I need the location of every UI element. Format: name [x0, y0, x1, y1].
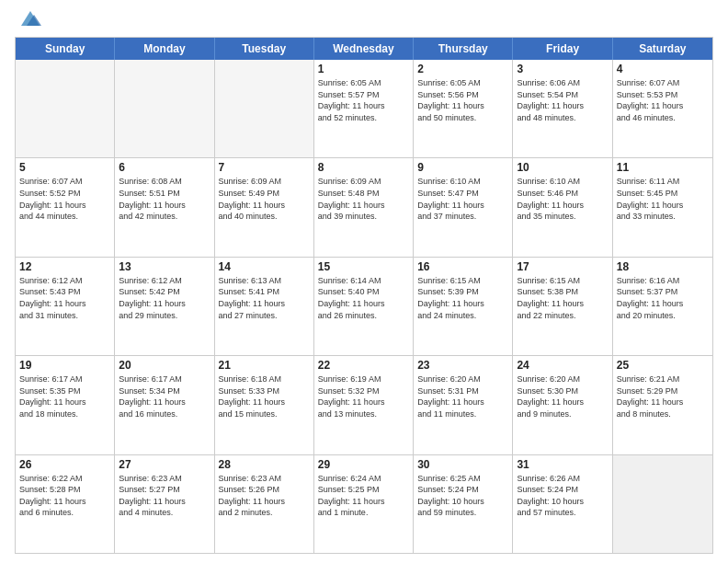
calendar-cell: 11Sunrise: 6:11 AM Sunset: 5:45 PM Dayli… — [613, 158, 712, 256]
day-info: Sunrise: 6:20 AM Sunset: 5:31 PM Dayligh… — [417, 373, 508, 419]
calendar-cell: 6Sunrise: 6:08 AM Sunset: 5:51 PM Daylig… — [115, 158, 214, 256]
day-info: Sunrise: 6:12 AM Sunset: 5:43 PM Dayligh… — [19, 275, 110, 321]
day-info: Sunrise: 6:09 AM Sunset: 5:48 PM Dayligh… — [318, 176, 409, 222]
day-number: 13 — [119, 260, 210, 273]
logo-icon — [17, 7, 43, 29]
calendar-cell: 5Sunrise: 6:07 AM Sunset: 5:52 PM Daylig… — [16, 158, 115, 256]
calendar: SundayMondayTuesdayWednesdayThursdayFrid… — [15, 37, 713, 554]
day-info: Sunrise: 6:15 AM Sunset: 5:39 PM Dayligh… — [417, 275, 508, 321]
calendar-cell: 8Sunrise: 6:09 AM Sunset: 5:48 PM Daylig… — [314, 158, 414, 256]
day-number: 22 — [318, 359, 409, 372]
calendar-cell: 18Sunrise: 6:16 AM Sunset: 5:37 PM Dayli… — [613, 258, 712, 355]
calendar-cell: 21Sunrise: 6:18 AM Sunset: 5:33 PM Dayli… — [215, 356, 314, 454]
weekday-header: Tuesday — [215, 38, 314, 60]
calendar-cell: 14Sunrise: 6:13 AM Sunset: 5:41 PM Dayli… — [215, 258, 314, 355]
calendar-cell: 31Sunrise: 6:26 AM Sunset: 5:24 PM Dayli… — [513, 455, 612, 553]
day-number: 26 — [19, 458, 110, 471]
day-number: 4 — [617, 63, 709, 75]
calendar-cell: 9Sunrise: 6:10 AM Sunset: 5:47 PM Daylig… — [414, 158, 513, 256]
day-number: 24 — [517, 359, 608, 372]
day-number: 23 — [417, 359, 508, 372]
calendar-cell: 3Sunrise: 6:06 AM Sunset: 5:54 PM Daylig… — [513, 60, 612, 157]
day-number: 2 — [417, 63, 508, 75]
calendar-cell: 17Sunrise: 6:15 AM Sunset: 5:38 PM Dayli… — [513, 258, 612, 355]
calendar-cell: 29Sunrise: 6:24 AM Sunset: 5:25 PM Dayli… — [314, 455, 414, 553]
day-number: 16 — [417, 260, 508, 273]
day-info: Sunrise: 6:17 AM Sunset: 5:34 PM Dayligh… — [119, 373, 210, 419]
day-info: Sunrise: 6:13 AM Sunset: 5:41 PM Dayligh… — [219, 275, 310, 321]
day-number: 15 — [318, 260, 409, 273]
day-info: Sunrise: 6:23 AM Sunset: 5:27 PM Dayligh… — [119, 473, 210, 519]
weekday-header: Sunday — [16, 38, 115, 60]
day-info: Sunrise: 6:08 AM Sunset: 5:51 PM Dayligh… — [119, 176, 210, 222]
day-info: Sunrise: 6:11 AM Sunset: 5:45 PM Dayligh… — [617, 176, 709, 222]
day-number: 28 — [219, 458, 310, 471]
calendar-cell — [215, 60, 314, 157]
day-info: Sunrise: 6:18 AM Sunset: 5:33 PM Dayligh… — [219, 373, 310, 419]
day-number: 6 — [119, 161, 210, 174]
day-info: Sunrise: 6:07 AM Sunset: 5:53 PM Dayligh… — [617, 77, 709, 123]
day-info: Sunrise: 6:25 AM Sunset: 5:24 PM Dayligh… — [417, 473, 508, 519]
calendar-cell: 13Sunrise: 6:12 AM Sunset: 5:42 PM Dayli… — [115, 258, 214, 355]
day-number: 14 — [219, 260, 310, 273]
day-info: Sunrise: 6:22 AM Sunset: 5:28 PM Dayligh… — [19, 473, 110, 519]
day-number: 31 — [517, 458, 608, 471]
day-number: 20 — [119, 359, 210, 372]
calendar-cell: 25Sunrise: 6:21 AM Sunset: 5:29 PM Dayli… — [613, 356, 712, 454]
day-number: 7 — [219, 161, 310, 174]
day-number: 1 — [318, 63, 409, 75]
day-info: Sunrise: 6:05 AM Sunset: 5:56 PM Dayligh… — [417, 77, 508, 123]
header — [15, 11, 713, 29]
calendar-row: 19Sunrise: 6:17 AM Sunset: 5:35 PM Dayli… — [16, 355, 712, 454]
calendar-cell: 4Sunrise: 6:07 AM Sunset: 5:53 PM Daylig… — [613, 60, 712, 157]
day-number: 29 — [318, 458, 409, 471]
weekday-header: Friday — [513, 38, 612, 60]
calendar-cell — [613, 455, 712, 553]
day-info: Sunrise: 6:19 AM Sunset: 5:32 PM Dayligh… — [318, 373, 409, 419]
calendar-cell — [16, 60, 115, 157]
day-number: 17 — [517, 260, 608, 273]
day-info: Sunrise: 6:14 AM Sunset: 5:40 PM Dayligh… — [318, 275, 409, 321]
calendar-row: 5Sunrise: 6:07 AM Sunset: 5:52 PM Daylig… — [16, 157, 712, 256]
day-info: Sunrise: 6:17 AM Sunset: 5:35 PM Dayligh… — [19, 373, 110, 419]
day-info: Sunrise: 6:26 AM Sunset: 5:24 PM Dayligh… — [517, 473, 608, 519]
calendar-cell: 26Sunrise: 6:22 AM Sunset: 5:28 PM Dayli… — [16, 455, 115, 553]
calendar-cell: 15Sunrise: 6:14 AM Sunset: 5:40 PM Dayli… — [314, 258, 414, 355]
logo — [15, 11, 43, 29]
calendar-row: 26Sunrise: 6:22 AM Sunset: 5:28 PM Dayli… — [16, 454, 712, 553]
calendar-cell: 7Sunrise: 6:09 AM Sunset: 5:49 PM Daylig… — [215, 158, 314, 256]
weekday-header: Wednesday — [314, 38, 414, 60]
day-number: 12 — [19, 260, 110, 273]
day-info: Sunrise: 6:21 AM Sunset: 5:29 PM Dayligh… — [617, 373, 709, 419]
calendar-cell: 28Sunrise: 6:23 AM Sunset: 5:26 PM Dayli… — [215, 455, 314, 553]
day-info: Sunrise: 6:12 AM Sunset: 5:42 PM Dayligh… — [119, 275, 210, 321]
weekday-header: Thursday — [414, 38, 513, 60]
calendar-cell: 20Sunrise: 6:17 AM Sunset: 5:34 PM Dayli… — [115, 356, 214, 454]
calendar-cell — [115, 60, 214, 157]
calendar-cell: 22Sunrise: 6:19 AM Sunset: 5:32 PM Dayli… — [314, 356, 414, 454]
day-info: Sunrise: 6:24 AM Sunset: 5:25 PM Dayligh… — [318, 473, 409, 519]
day-info: Sunrise: 6:10 AM Sunset: 5:46 PM Dayligh… — [517, 176, 608, 222]
day-info: Sunrise: 6:05 AM Sunset: 5:57 PM Dayligh… — [318, 77, 409, 123]
day-number: 11 — [617, 161, 709, 174]
day-info: Sunrise: 6:20 AM Sunset: 5:30 PM Dayligh… — [517, 373, 608, 419]
day-number: 5 — [19, 161, 110, 174]
day-number: 18 — [617, 260, 709, 273]
calendar-cell: 24Sunrise: 6:20 AM Sunset: 5:30 PM Dayli… — [513, 356, 612, 454]
calendar-row: 1Sunrise: 6:05 AM Sunset: 5:57 PM Daylig… — [16, 60, 712, 157]
day-info: Sunrise: 6:15 AM Sunset: 5:38 PM Dayligh… — [517, 275, 608, 321]
day-info: Sunrise: 6:06 AM Sunset: 5:54 PM Dayligh… — [517, 77, 608, 123]
calendar-cell: 27Sunrise: 6:23 AM Sunset: 5:27 PM Dayli… — [115, 455, 214, 553]
day-number: 25 — [617, 359, 709, 372]
day-number: 19 — [19, 359, 110, 372]
calendar-cell: 30Sunrise: 6:25 AM Sunset: 5:24 PM Dayli… — [414, 455, 513, 553]
calendar-cell: 16Sunrise: 6:15 AM Sunset: 5:39 PM Dayli… — [414, 258, 513, 355]
day-number: 27 — [119, 458, 210, 471]
day-info: Sunrise: 6:16 AM Sunset: 5:37 PM Dayligh… — [617, 275, 709, 321]
weekday-header: Monday — [115, 38, 214, 60]
day-number: 30 — [417, 458, 508, 471]
page: SundayMondayTuesdayWednesdayThursdayFrid… — [0, 0, 728, 563]
calendar-cell: 12Sunrise: 6:12 AM Sunset: 5:43 PM Dayli… — [16, 258, 115, 355]
day-info: Sunrise: 6:10 AM Sunset: 5:47 PM Dayligh… — [417, 176, 508, 222]
calendar-cell: 19Sunrise: 6:17 AM Sunset: 5:35 PM Dayli… — [16, 356, 115, 454]
